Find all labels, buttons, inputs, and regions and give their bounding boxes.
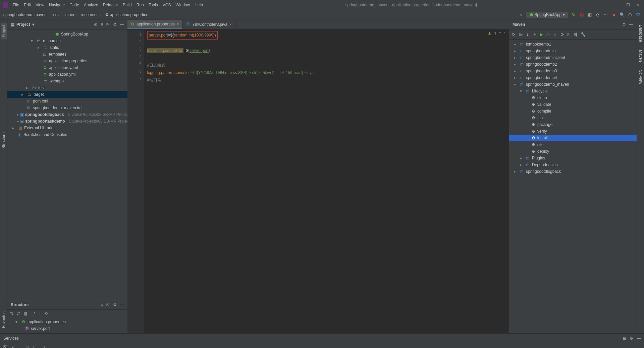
- structure-root[interactable]: ▾⚙application.properties: [7, 319, 127, 325]
- menu-tools[interactable]: Tools: [147, 2, 160, 8]
- stop-icon[interactable]: ■: [611, 12, 616, 17]
- structure-item[interactable]: ⓟserver.port: [7, 325, 127, 332]
- side-tab-sciview[interactable]: SciView: [638, 68, 644, 86]
- tree-icon[interactable]: ⊟: [33, 345, 37, 348]
- maven-project[interactable]: ▸mspringbootdlogback: [509, 168, 637, 175]
- collapse-all-icon[interactable]: ⇱: [106, 22, 110, 27]
- hide-icon[interactable]: —: [120, 22, 124, 27]
- sort-alpha-icon[interactable]: ⇅: [10, 311, 13, 316]
- collapse-all-icon[interactable]: ⇲: [11, 345, 14, 348]
- maven-project[interactable]: ▸mspringbootdemo2: [509, 61, 637, 68]
- select-opened-icon[interactable]: ⊙: [94, 22, 97, 27]
- show-deps-icon[interactable]: ⇶: [574, 32, 577, 37]
- build-icon[interactable]: ↘: [518, 12, 524, 17]
- tree-libraries[interactable]: ▸▥External Libraries: [7, 125, 127, 131]
- close-tab-icon[interactable]: ×: [177, 22, 179, 26]
- toggle-offline-icon[interactable]: ⫽: [553, 32, 557, 37]
- search-icon[interactable]: 🔍: [619, 12, 625, 17]
- maven-goal[interactable]: package: [509, 121, 637, 128]
- menu-code[interactable]: Code: [67, 2, 81, 8]
- maven-project[interactable]: ▾mspringbootdemo_maven: [509, 81, 637, 88]
- menu-build[interactable]: Build: [121, 2, 134, 8]
- hide-icon[interactable]: —: [629, 22, 633, 27]
- run-icon[interactable]: ▶: [540, 32, 543, 37]
- tree-folder[interactable]: ▸🗀target: [7, 91, 127, 98]
- run-config-selector[interactable]: ⬢ SpringBootApp ▾: [526, 12, 568, 18]
- gear-icon[interactable]: ⚙: [630, 336, 633, 341]
- generate-icon[interactable]: 🗁: [519, 32, 523, 37]
- maven-goal[interactable]: compile: [509, 108, 637, 115]
- maven-goal[interactable]: install: [509, 135, 637, 141]
- toggle-skip-tests-icon[interactable]: ⊘: [560, 32, 564, 37]
- menu-view[interactable]: View: [34, 2, 46, 8]
- maven-goal[interactable]: test: [509, 115, 637, 121]
- side-tab-database[interactable]: Database: [638, 23, 644, 44]
- tree-folder[interactable]: ▸🗀test: [7, 84, 127, 91]
- menu-navigate[interactable]: Navigate: [47, 2, 67, 8]
- maven-plugins[interactable]: ▸🗀Plugins: [509, 155, 637, 161]
- maven-project[interactable]: ▸mspringbootadminclient: [509, 54, 637, 61]
- coverage-icon[interactable]: ◧: [587, 12, 592, 17]
- menu-help[interactable]: Help: [193, 2, 205, 8]
- gear-icon[interactable]: ⚙: [113, 22, 117, 27]
- layout-icon[interactable]: ⊞: [623, 336, 626, 341]
- download-icon[interactable]: ⤓: [526, 32, 529, 37]
- maven-goal[interactable]: validate: [509, 101, 637, 108]
- breadcrumb-item[interactable]: src: [53, 12, 59, 17]
- collapse-icon[interactable]: ⇱: [567, 32, 571, 37]
- tree-folder[interactable]: ▾🗀resources: [7, 38, 127, 44]
- side-tab-maven[interactable]: Maven: [638, 48, 644, 64]
- minimize-icon[interactable]: ─: [617, 3, 620, 7]
- tree-file[interactable]: ⚙application.properties: [7, 58, 127, 64]
- menu-analyze[interactable]: Analyze: [82, 2, 100, 8]
- menu-file[interactable]: File: [11, 2, 21, 8]
- autoscroll-icon[interactable]: ⟲: [44, 311, 48, 316]
- maven-goal[interactable]: clean: [509, 94, 637, 101]
- collapse-icon[interactable]: ⇱: [106, 302, 110, 307]
- next-highlight-icon[interactable]: ˅: [504, 31, 506, 36]
- expand-all-icon[interactable]: ≡: [101, 22, 103, 27]
- tree-scratches[interactable]: ◎Scratches and Consoles: [7, 131, 127, 138]
- maven-goal[interactable]: site: [509, 141, 637, 148]
- expand-all-icon[interactable]: ⇱: [3, 345, 7, 348]
- side-tab-favorites[interactable]: Favorites: [1, 309, 7, 330]
- maven-project[interactable]: ▸mspringbootdemo3: [509, 68, 637, 74]
- side-tab-project[interactable]: Project: [1, 23, 7, 39]
- ide-settings-icon[interactable]: ⬡: [627, 12, 633, 17]
- reload-icon[interactable]: ⟳: [512, 32, 515, 37]
- tree-file[interactable]: 🗎springbootdemo_maven.iml: [7, 105, 127, 111]
- maven-goal[interactable]: deploy: [509, 148, 637, 155]
- group-icon[interactable]: ▦: [23, 311, 27, 316]
- breadcrumb-item[interactable]: main: [65, 12, 74, 17]
- close-icon[interactable]: ✕: [636, 3, 639, 7]
- gear-icon[interactable]: ⚙: [113, 302, 117, 307]
- breadcrumb-item[interactable]: springbootdemo_maven: [3, 12, 47, 17]
- run-config-row[interactable]: ⬢SpringBootApp: [7, 31, 127, 38]
- maven-project[interactable]: ▸mlombokdemo1: [509, 41, 637, 48]
- tree-file[interactable]: ⚙application.yaml: [7, 64, 127, 71]
- tree-module[interactable]: ▸▣springbootdlogback C:\JavaProjects\08 …: [7, 111, 127, 118]
- show-fields-icon[interactable]: ƒ: [33, 311, 36, 316]
- breadcrumb-item[interactable]: resources: [81, 12, 99, 17]
- group-icon[interactable]: ⫶: [20, 345, 22, 348]
- menu-window[interactable]: Window: [173, 2, 192, 8]
- editor-tab[interactable]: ⚙application.properties×: [127, 20, 183, 29]
- shield-icon[interactable]: 🛡: [635, 12, 641, 17]
- filter-icon[interactable]: ▽: [26, 345, 29, 348]
- code-editor[interactable]: 1234567 server.port=${random.int(1000,99…: [127, 29, 509, 333]
- hide-icon[interactable]: —: [120, 302, 124, 307]
- menu-run[interactable]: Run: [135, 2, 146, 8]
- attach-icon[interactable]: ⋯: [603, 12, 608, 17]
- menu-edit[interactable]: Edit: [22, 2, 33, 8]
- maximize-icon[interactable]: ☐: [626, 3, 630, 7]
- side-tab-structure[interactable]: Structure: [1, 130, 7, 151]
- profile-icon[interactable]: ◔: [595, 12, 600, 17]
- maven-project[interactable]: ▸mspringbootadmin: [509, 48, 637, 54]
- maven-goal[interactable]: verify: [509, 128, 637, 135]
- breadcrumb-item[interactable]: ⚙ application.properties: [105, 12, 148, 17]
- hide-icon[interactable]: —: [637, 336, 641, 341]
- add-icon[interactable]: ＋: [533, 31, 537, 37]
- warning-icon[interactable]: ⚠: [488, 31, 491, 36]
- gear-icon[interactable]: ⚙: [622, 22, 626, 27]
- maven-project[interactable]: ▸mspringbootdemo4: [509, 74, 637, 81]
